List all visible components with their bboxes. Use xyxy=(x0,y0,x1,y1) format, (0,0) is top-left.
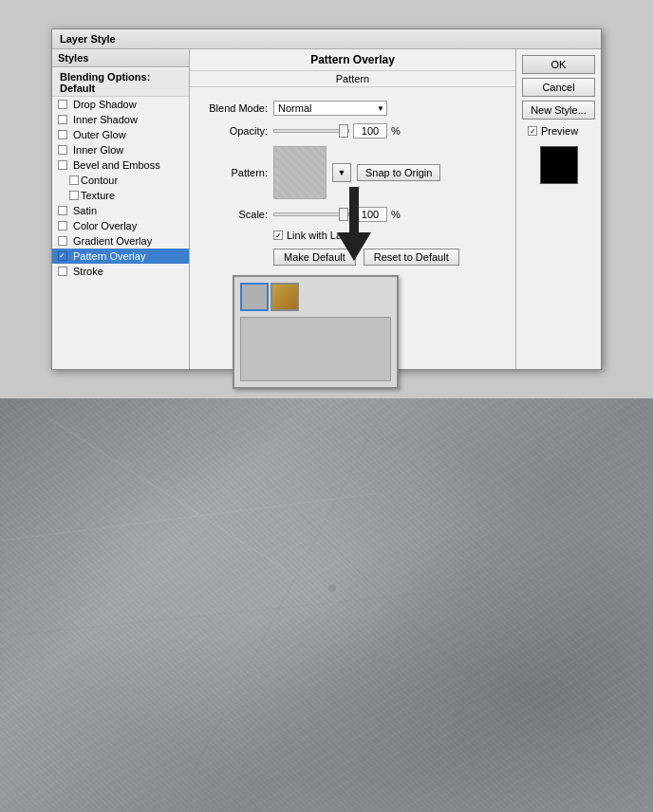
top-section: Layer Style Styles Blending Options: Def… xyxy=(0,0,653,398)
svg-line-4 xyxy=(285,446,645,730)
satin-item[interactable]: Satin xyxy=(52,203,189,218)
contour-item[interactable]: Contour xyxy=(52,173,189,188)
texture-checkbox[interactable] xyxy=(69,191,79,200)
pattern-swatch-gray[interactable] xyxy=(240,283,269,311)
svg-line-8 xyxy=(0,730,285,806)
scratch-overlay xyxy=(0,398,653,812)
drop-shadow-item[interactable]: Drop Shadow xyxy=(52,97,189,112)
styles-list: Blending Options: Default Drop Shadow In… xyxy=(52,67,189,281)
stroke-item[interactable]: Stroke xyxy=(52,264,189,279)
pattern-swatches-row xyxy=(240,283,391,311)
ok-button[interactable]: OK xyxy=(522,55,595,74)
bevel-emboss-checkbox[interactable] xyxy=(58,160,67,170)
svg-point-11 xyxy=(328,584,336,592)
pattern-preview-box[interactable] xyxy=(273,146,326,199)
snap-to-origin-button[interactable]: Snap to Origin xyxy=(357,164,440,181)
dialog-title-bar: Layer Style xyxy=(52,29,601,49)
svg-line-3 xyxy=(0,493,380,541)
opacity-slider[interactable] xyxy=(273,129,349,133)
pattern-overlay-checkbox[interactable] xyxy=(58,251,67,261)
drop-shadow-checkbox[interactable] xyxy=(58,100,67,109)
stroke-checkbox[interactable] xyxy=(58,267,67,276)
scale-label: Scale: xyxy=(201,209,268,220)
inner-shadow-checkbox[interactable] xyxy=(58,115,67,124)
pattern-overlay-item[interactable]: Pattern Overlay xyxy=(52,249,189,264)
gradient-overlay-checkbox[interactable] xyxy=(58,236,67,246)
pattern-picker-dropdown[interactable] xyxy=(233,275,399,389)
dialog-title: Layer Style xyxy=(60,33,116,45)
large-pattern-preview xyxy=(240,317,391,381)
color-overlay-item[interactable]: Color Overlay xyxy=(52,218,189,233)
blend-mode-select-wrapper[interactable]: Normal Multiply Screen Overlay xyxy=(273,101,387,116)
styles-panel: Styles Blending Options: Default Drop Sh… xyxy=(52,49,190,369)
opacity-label: Opacity: xyxy=(201,125,268,137)
bevel-emboss-item[interactable]: Bevel and Emboss xyxy=(52,157,189,173)
svg-line-9 xyxy=(475,493,645,812)
reset-to-default-button[interactable]: Reset to Default xyxy=(364,249,459,266)
opacity-value-input[interactable] xyxy=(353,123,387,138)
styles-panel-header: Styles xyxy=(52,49,189,67)
svg-line-1 xyxy=(95,455,569,588)
opacity-percent: % xyxy=(391,125,401,137)
preview-checkbox-row: ✓ Preview xyxy=(522,123,595,138)
blending-options-item[interactable]: Blending Options: Default xyxy=(52,69,189,97)
link-with-layer-checkbox[interactable]: ✓ xyxy=(273,231,283,240)
new-style-button[interactable]: New Style... xyxy=(522,101,595,120)
preview-checkbox[interactable]: ✓ xyxy=(528,126,537,136)
panel-title: Pattern Overlay xyxy=(190,49,515,71)
blend-mode-label: Blend Mode: xyxy=(201,102,268,114)
concrete-texture-section xyxy=(0,398,653,812)
opacity-row: Opacity: % xyxy=(201,123,504,138)
inner-shadow-item[interactable]: Inner Shadow xyxy=(52,112,189,127)
pattern-label: Pattern: xyxy=(201,167,268,178)
outer-glow-checkbox[interactable] xyxy=(58,130,67,139)
pattern-swatch-gold[interactable] xyxy=(271,283,299,311)
blend-mode-select[interactable]: Normal Multiply Screen Overlay xyxy=(273,101,387,116)
svg-line-5 xyxy=(9,588,475,636)
blend-mode-row: Blend Mode: Normal Multiply Screen Overl… xyxy=(201,101,504,116)
preview-label: Preview xyxy=(541,125,578,137)
inner-glow-item[interactable]: Inner Glow xyxy=(52,142,189,157)
arrow-indicator xyxy=(337,232,371,261)
right-buttons-panel: OK Cancel New Style... ✓ Preview xyxy=(515,49,601,369)
color-overlay-checkbox[interactable] xyxy=(58,221,67,231)
scale-slider[interactable] xyxy=(273,212,349,216)
inner-glow-checkbox[interactable] xyxy=(58,145,67,155)
texture-item[interactable]: Texture xyxy=(52,188,189,203)
svg-line-2 xyxy=(190,408,475,683)
section-title: Pattern xyxy=(190,71,515,87)
gradient-overlay-item[interactable]: Gradient Overlay xyxy=(52,233,189,249)
scale-percent: % xyxy=(391,209,401,220)
preview-swatch xyxy=(540,146,578,184)
svg-line-10 xyxy=(47,730,380,759)
svg-line-6 xyxy=(142,683,617,778)
pattern-picker-button[interactable]: ▼ xyxy=(332,163,351,182)
svg-line-0 xyxy=(47,417,285,569)
cancel-button[interactable]: Cancel xyxy=(522,78,595,97)
scale-slider-container: % xyxy=(273,207,401,222)
opacity-slider-container: % xyxy=(273,123,401,138)
outer-glow-item[interactable]: Outer Glow xyxy=(52,127,189,142)
contour-checkbox[interactable] xyxy=(69,175,79,185)
svg-line-7 xyxy=(190,417,380,778)
satin-checkbox[interactable] xyxy=(58,206,67,215)
